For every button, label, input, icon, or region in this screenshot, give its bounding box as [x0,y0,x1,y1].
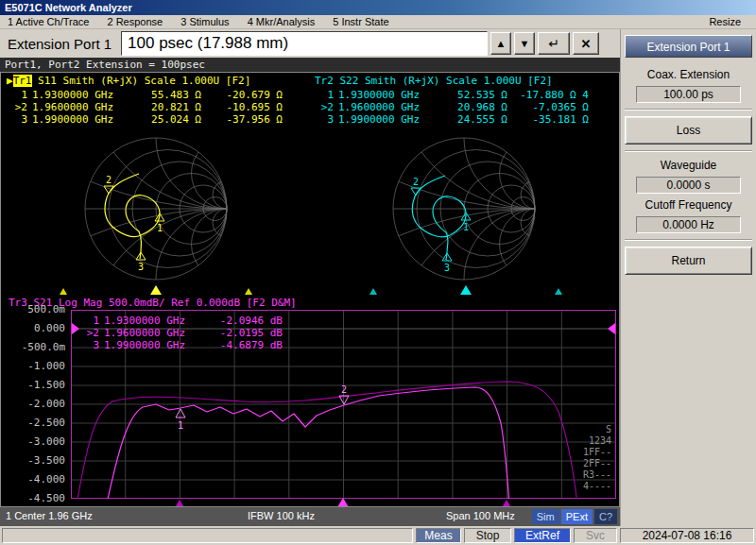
tr2-smith-chart: 213 [388,133,540,284]
legend-line: 1FF-- [564,447,611,458]
softkey-menu-title: Extension Port 1 [625,35,752,58]
legend-line: 2FF-- [564,458,611,469]
softkey-label: Waveguide [625,158,752,173]
scale-label: -1.000 [1,360,65,372]
marker-value: -2.0946 dB [205,315,283,327]
menu-mkr-analysis[interactable]: 4 Mkr/Analysis [240,15,323,29]
marker-row: >2 1.9600000 GHz 20.968 Ω -7.0365 Ω [315,101,589,113]
marker-row: 3 1.9900000 GHz 24.555 Ω -35.181 Ω [315,113,589,126]
svg-text:1: 1 [157,223,163,233]
marker-frequency: 1.9300000 GHz [27,89,133,101]
up-arrow-icon: ▲ [496,38,507,49]
svg-text:1: 1 [178,420,183,431]
marker-number: >2 [80,327,99,339]
waveguide-value: 0.0000 s [636,177,741,194]
scale-label: -1.500 [1,379,65,391]
scale-label: -2.000 [1,398,65,410]
port-extension-status: Port1, Port2 Extension = 100psec [0,58,620,72]
softkey-cutoff-frequency[interactable]: Cutoff Frequency 0.0000 Hz [625,197,752,233]
tr1-title[interactable]: ▶Tr1 S11 Smith (R+jX) Scale 1.000U [F2] [7,75,250,87]
enter-icon: ↵ [548,36,559,51]
marker-value: -2.0195 dB [205,327,283,339]
marker-row: 1 1.9300000 GHz 52.535 Ω -17.880 Ω 4 [315,89,589,101]
menu-response[interactable]: 2 Response [99,15,170,29]
marker-reactance: -37.956 Ω [201,113,283,126]
legend-line: 1234 [564,435,611,447]
svg-text:2: 2 [341,384,347,395]
softkey-coax-extension[interactable]: Coax. Extension 100.00 ps [625,67,752,103]
marker-frequency: 1.9900000 GHz [99,339,205,351]
marker-frequency: 1.9600000 GHz [27,101,133,113]
legend-line: 4---- [564,481,611,492]
close-icon: ✕ [581,37,592,51]
span-readout: Span 100 MHz [446,510,515,521]
correction-status-legend: S 1234 1FF-- 2FF-- R3--- 4---- [564,424,611,492]
step-up-button[interactable]: ▲ [490,32,511,55]
sim-badge: Sim [532,509,559,524]
menu-active-ch-trace[interactable]: 1 Active Ch/Trace [0,15,96,29]
svg-text:1: 1 [463,222,469,232]
ifbw-readout: IFBW 100 kHz [248,510,315,521]
marker-resistance: 25.024 Ω [133,113,201,126]
status-filler-panel [2,528,413,543]
active-trace-arrow-icon: ▶ [7,75,13,87]
entry-ok-button[interactable]: ↵ [538,32,570,55]
marker-number: 3 [9,113,27,126]
marker-number: 3 [315,113,334,126]
marker-frequency: 1.9600000 GHz [334,101,439,113]
tr3-marker1-indicator[interactable] [176,500,183,506]
tr2-marker2-indicator[interactable] [460,285,472,295]
menu-stimulus[interactable]: 3 Stimulus [173,15,236,29]
cutoff-frequency-value: 0.0000 Hz [636,216,741,233]
tr3-marker3-indicator[interactable] [503,500,510,506]
menu-resize[interactable]: Resize [701,15,748,29]
marker-row: 1 1.9300000 GHz 55.483 Ω -20.679 Ω [9,89,283,101]
softkey-loss[interactable]: Loss [625,116,752,145]
svg-text:3: 3 [444,263,450,273]
marker-number: >2 [315,101,334,113]
window-titlebar: E5071C Network Analyzer [0,0,756,15]
marker-row: 1 1.9300000 GHz -2.0946 dB [80,315,283,327]
coax-extension-value: 100.00 ps [636,86,741,103]
tr1-marker3-indicator[interactable] [245,288,252,295]
down-arrow-icon: ▼ [520,38,530,49]
extref-status: ExtRef [514,528,571,543]
tr1-marker2-indicator[interactable] [150,285,162,295]
tr3-marker2-indicator[interactable] [337,498,349,507]
step-down-button[interactable]: ▼ [514,32,535,55]
separator [625,109,752,111]
tr2-title[interactable]: Tr2 S22 Smith (R+jX) Scale 1.000U [F2] [315,75,553,87]
correction-questionable-badge: C? [594,509,617,524]
scale-label: -3.500 [1,454,65,467]
scale-label: 0.000 [1,322,65,334]
tr2-marker3-indicator[interactable] [555,288,562,295]
softkey-waveguide[interactable]: Waveguide 0.0000 s [625,158,752,194]
center-frequency: 1 Center 1.96 GHz [6,510,93,521]
marker-number: 1 [315,89,334,101]
marker-frequency: 1.9300000 GHz [99,315,205,327]
tr1-marker1-indicator[interactable] [60,288,67,295]
entry-close-button[interactable]: ✕ [573,32,599,55]
port-extension-badge: PExt [561,509,593,524]
marker-resistance: 24.555 Ω [439,113,507,126]
tr2-marker1-indicator[interactable] [369,288,377,295]
reference-level-indicator-left [72,323,79,334]
instrument-display: Port1, Port2 Extension = 100psec ▶Tr1 S1… [0,58,620,507]
sweep-status: Stop [464,528,511,543]
marker-reactance: -20.679 Ω [201,89,283,101]
extension-value-input[interactable] [121,31,488,56]
menu-instr-state[interactable]: 5 Instr State [325,15,396,29]
marker-resistance: 20.821 Ω [133,101,201,113]
marker-number: >2 [9,101,27,113]
softkey-menu: Extension Port 1 Coax. Extension 100.00 … [620,29,756,526]
softkey-return[interactable]: Return [625,247,752,275]
reference-level-indicator-right [608,323,615,334]
marker-reactance: -35.181 Ω [507,113,589,126]
marker-frequency: 1.9300000 GHz [334,89,439,101]
scale-label: 500.0m [1,303,65,315]
marker-resistance: 20.968 Ω [439,101,507,113]
tr2-marker-table: 1 1.9300000 GHz 52.535 Ω -17.880 Ω 4 >2 … [315,89,589,126]
scale-label: -4.500 [1,492,65,504]
marker-row: 3 1.9900000 GHz -4.6879 dB [80,339,283,351]
marker-reactance: -7.0365 Ω [507,101,589,113]
